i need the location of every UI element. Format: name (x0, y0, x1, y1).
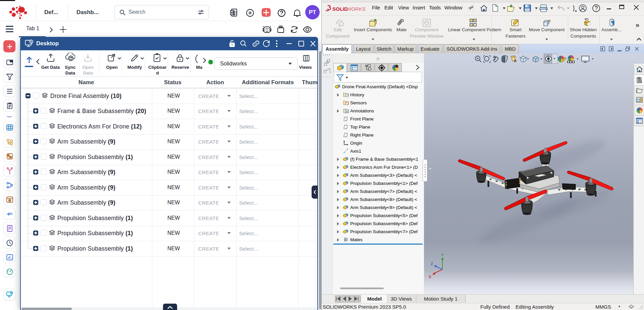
svg-text:WORKS: WORKS (346, 6, 365, 12)
svg-text:Z: Z (431, 262, 433, 266)
svg-text:SOLID: SOLID (332, 6, 348, 12)
svg-text:X: X (429, 275, 431, 279)
svg-text:Y: Y (441, 253, 444, 257)
svg-text:A: A (514, 59, 517, 63)
